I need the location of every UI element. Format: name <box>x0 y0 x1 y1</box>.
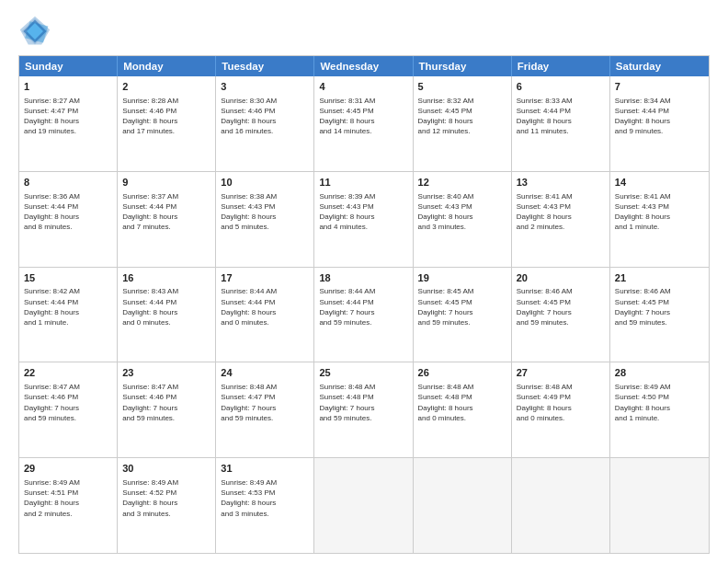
cal-cell: 6Sunrise: 8:33 AMSunset: 4:44 PMDaylight… <box>512 76 610 171</box>
cell-text: Sunrise: 8:46 AMSunset: 4:45 PMDaylight:… <box>615 286 704 327</box>
day-number: 13 <box>517 176 605 190</box>
cal-cell: 29Sunrise: 8:49 AMSunset: 4:51 PMDayligh… <box>19 458 118 553</box>
calendar: SundayMondayTuesdayWednesdayThursdayFrid… <box>18 55 710 554</box>
cal-cell: 24Sunrise: 8:48 AMSunset: 4:47 PMDayligh… <box>216 362 314 457</box>
cell-text: Sunrise: 8:27 AMSunset: 4:47 PMDaylight:… <box>24 96 112 137</box>
cell-text: Sunrise: 8:30 AMSunset: 4:46 PMDaylight:… <box>221 96 309 137</box>
cal-cell: 10Sunrise: 8:38 AMSunset: 4:43 PMDayligh… <box>216 172 314 267</box>
cal-cell: 2Sunrise: 8:28 AMSunset: 4:46 PMDaylight… <box>118 76 216 171</box>
cal-cell: 14Sunrise: 8:41 AMSunset: 4:43 PMDayligh… <box>610 172 709 267</box>
cell-text: Sunrise: 8:46 AMSunset: 4:45 PMDaylight:… <box>517 286 605 327</box>
cal-cell: 31Sunrise: 8:49 AMSunset: 4:53 PMDayligh… <box>216 458 314 553</box>
cal-cell: 4Sunrise: 8:31 AMSunset: 4:45 PMDaylight… <box>314 76 413 171</box>
cell-text: Sunrise: 8:48 AMSunset: 4:48 PMDaylight:… <box>319 382 407 423</box>
day-number: 6 <box>517 80 605 94</box>
cal-cell: 12Sunrise: 8:40 AMSunset: 4:43 PMDayligh… <box>414 172 512 267</box>
day-number: 8 <box>24 176 112 190</box>
cal-cell: 27Sunrise: 8:48 AMSunset: 4:49 PMDayligh… <box>512 362 610 457</box>
cal-cell: 15Sunrise: 8:42 AMSunset: 4:44 PMDayligh… <box>19 268 118 362</box>
cell-text: Sunrise: 8:42 AMSunset: 4:44 PMDaylight:… <box>24 286 112 327</box>
cal-cell: 30Sunrise: 8:49 AMSunset: 4:52 PMDayligh… <box>118 458 216 553</box>
week-row-4: 22Sunrise: 8:47 AMSunset: 4:46 PMDayligh… <box>19 362 709 457</box>
cell-text: Sunrise: 8:28 AMSunset: 4:46 PMDaylight:… <box>122 96 210 137</box>
cell-text: Sunrise: 8:45 AMSunset: 4:45 PMDaylight:… <box>418 286 506 327</box>
day-of-week-wednesday: Wednesday <box>314 56 413 76</box>
logo-icon <box>18 15 51 48</box>
cell-text: Sunrise: 8:41 AMSunset: 4:43 PMDaylight:… <box>517 191 605 233</box>
day-number: 12 <box>418 176 506 190</box>
cell-text: Sunrise: 8:31 AMSunset: 4:45 PMDaylight:… <box>319 96 407 137</box>
cal-cell: 18Sunrise: 8:44 AMSunset: 4:44 PMDayligh… <box>314 268 413 362</box>
cal-cell: 28Sunrise: 8:49 AMSunset: 4:50 PMDayligh… <box>610 362 709 457</box>
cal-cell: 7Sunrise: 8:34 AMSunset: 4:44 PMDaylight… <box>610 76 709 171</box>
cell-text: Sunrise: 8:48 AMSunset: 4:49 PMDaylight:… <box>517 382 605 423</box>
day-number: 31 <box>221 462 309 476</box>
cal-cell: 26Sunrise: 8:48 AMSunset: 4:48 PMDayligh… <box>414 362 512 457</box>
cal-cell: 17Sunrise: 8:44 AMSunset: 4:44 PMDayligh… <box>216 268 314 362</box>
calendar-header: SundayMondayTuesdayWednesdayThursdayFrid… <box>19 56 709 76</box>
day-of-week-friday: Friday <box>512 56 610 76</box>
cell-text: Sunrise: 8:37 AMSunset: 4:44 PMDaylight:… <box>122 191 210 233</box>
cal-cell <box>414 458 512 553</box>
cell-text: Sunrise: 8:47 AMSunset: 4:46 PMDaylight:… <box>24 382 112 423</box>
day-number: 17 <box>221 271 309 285</box>
day-number: 27 <box>517 366 605 380</box>
day-number: 7 <box>615 80 704 94</box>
cell-text: Sunrise: 8:32 AMSunset: 4:45 PMDaylight:… <box>418 96 506 137</box>
logo <box>18 15 57 48</box>
cal-cell <box>512 458 610 553</box>
day-number: 22 <box>24 366 112 380</box>
cell-text: Sunrise: 8:41 AMSunset: 4:43 PMDaylight:… <box>615 191 704 233</box>
cal-cell: 1Sunrise: 8:27 AMSunset: 4:47 PMDaylight… <box>19 76 118 171</box>
cell-text: Sunrise: 8:44 AMSunset: 4:44 PMDaylight:… <box>319 286 407 327</box>
cal-cell: 9Sunrise: 8:37 AMSunset: 4:44 PMDaylight… <box>118 172 216 267</box>
day-number: 20 <box>517 271 605 285</box>
day-of-week-saturday: Saturday <box>610 56 709 76</box>
day-number: 10 <box>221 176 309 190</box>
day-number: 18 <box>319 271 407 285</box>
cell-text: Sunrise: 8:44 AMSunset: 4:44 PMDaylight:… <box>221 286 309 327</box>
cal-cell: 11Sunrise: 8:39 AMSunset: 4:43 PMDayligh… <box>314 172 413 267</box>
cal-cell: 5Sunrise: 8:32 AMSunset: 4:45 PMDaylight… <box>414 76 512 171</box>
cal-cell: 16Sunrise: 8:43 AMSunset: 4:44 PMDayligh… <box>118 268 216 362</box>
day-number: 19 <box>418 271 506 285</box>
day-number: 26 <box>418 366 506 380</box>
cell-text: Sunrise: 8:48 AMSunset: 4:47 PMDaylight:… <box>221 382 309 423</box>
week-row-5: 29Sunrise: 8:49 AMSunset: 4:51 PMDayligh… <box>19 457 709 553</box>
cell-text: Sunrise: 8:40 AMSunset: 4:43 PMDaylight:… <box>418 191 506 233</box>
day-number: 9 <box>122 176 210 190</box>
day-number: 23 <box>122 366 210 380</box>
day-of-week-tuesday: Tuesday <box>216 56 314 76</box>
cell-text: Sunrise: 8:36 AMSunset: 4:44 PMDaylight:… <box>24 191 112 233</box>
week-row-1: 1Sunrise: 8:27 AMSunset: 4:47 PMDaylight… <box>19 76 709 171</box>
cell-text: Sunrise: 8:48 AMSunset: 4:48 PMDaylight:… <box>418 382 506 423</box>
cal-cell: 19Sunrise: 8:45 AMSunset: 4:45 PMDayligh… <box>414 268 512 362</box>
cal-cell: 21Sunrise: 8:46 AMSunset: 4:45 PMDayligh… <box>610 268 709 362</box>
cell-text: Sunrise: 8:34 AMSunset: 4:44 PMDaylight:… <box>615 96 704 137</box>
cell-text: Sunrise: 8:39 AMSunset: 4:43 PMDaylight:… <box>319 191 407 233</box>
day-of-week-monday: Monday <box>118 56 216 76</box>
cal-cell: 20Sunrise: 8:46 AMSunset: 4:45 PMDayligh… <box>512 268 610 362</box>
day-number: 24 <box>221 366 309 380</box>
cell-text: Sunrise: 8:33 AMSunset: 4:44 PMDaylight:… <box>517 96 605 137</box>
day-number: 11 <box>319 176 407 190</box>
cal-cell: 23Sunrise: 8:47 AMSunset: 4:46 PMDayligh… <box>118 362 216 457</box>
day-number: 29 <box>24 462 112 476</box>
day-number: 15 <box>24 271 112 285</box>
cal-cell: 3Sunrise: 8:30 AMSunset: 4:46 PMDaylight… <box>216 76 314 171</box>
cal-cell: 13Sunrise: 8:41 AMSunset: 4:43 PMDayligh… <box>512 172 610 267</box>
day-of-week-sunday: Sunday <box>19 56 118 76</box>
cal-cell <box>314 458 413 553</box>
day-number: 5 <box>418 80 506 94</box>
day-number: 2 <box>122 80 210 94</box>
day-number: 14 <box>615 176 704 190</box>
cell-text: Sunrise: 8:47 AMSunset: 4:46 PMDaylight:… <box>122 382 210 423</box>
cell-text: Sunrise: 8:49 AMSunset: 4:53 PMDaylight:… <box>221 477 309 519</box>
day-number: 3 <box>221 80 309 94</box>
week-row-2: 8Sunrise: 8:36 AMSunset: 4:44 PMDaylight… <box>19 171 709 267</box>
cell-text: Sunrise: 8:49 AMSunset: 4:51 PMDaylight:… <box>24 477 112 519</box>
header <box>18 15 710 48</box>
cal-cell: 8Sunrise: 8:36 AMSunset: 4:44 PMDaylight… <box>19 172 118 267</box>
week-row-3: 15Sunrise: 8:42 AMSunset: 4:44 PMDayligh… <box>19 267 709 362</box>
day-number: 1 <box>24 80 112 94</box>
